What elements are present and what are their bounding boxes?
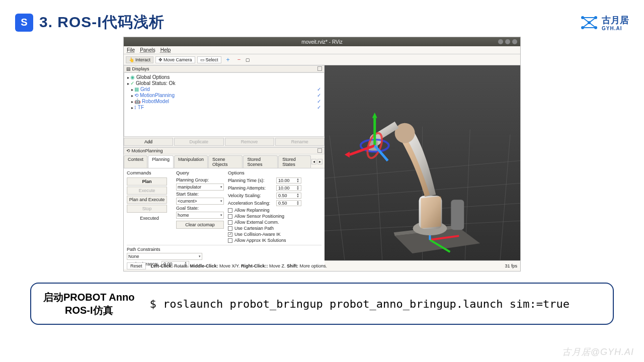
path-constraints-select[interactable]: None [127, 253, 202, 260]
tab-scene-objects[interactable]: Scene Objects [208, 155, 243, 168]
remove-button[interactable]: Remove [225, 138, 274, 146]
plan-execute-button[interactable]: Plan and Execute [127, 196, 167, 204]
clear-octomap-button[interactable]: Clear octomap [176, 221, 224, 229]
menu-help[interactable]: Help [160, 47, 171, 53]
display-buttons: Add Duplicate Remove Rename [124, 137, 325, 147]
window-controls[interactable] [498, 39, 517, 44]
tab-scroll-right-icon[interactable]: ▸ [317, 159, 323, 164]
allow-replanning-checkbox[interactable] [228, 208, 232, 213]
tab-scroll-left-icon[interactable]: ◂ [311, 159, 316, 164]
brand-icon [581, 16, 598, 30]
left-panels: ▤ Displays ◉ Global Options ✓ Global Sta… [124, 65, 325, 260]
reset-button[interactable]: Reset [127, 262, 146, 269]
3d-viewport[interactable] [325, 65, 520, 260]
collapse-icon[interactable] [317, 148, 322, 153]
menubar[interactable]: File Panels Help [124, 46, 520, 54]
interact-button[interactable]: 👆 Interact [126, 56, 153, 63]
brand-logo: 古月居 GYH.AI [581, 14, 629, 31]
menu-file[interactable]: File [127, 47, 135, 53]
logo-icon: S [15, 14, 33, 32]
velocity-scaling-input[interactable]: 0.50▲▼ [276, 193, 301, 199]
window-title: moveit.rviz* - RViz [301, 39, 342, 45]
svg-rect-20 [451, 200, 464, 230]
start-state-select[interactable]: <current> [176, 198, 224, 205]
planning-time-input[interactable]: 10.00▲▼ [276, 177, 301, 184]
motion-planning-panel: ⟲ MotionPlanning Context Planning Manipu… [124, 147, 325, 269]
displays-tree[interactable]: ◉ Global Options ✓ Global Status: Ok ▦ G… [124, 72, 325, 137]
collapse-icon[interactable] [317, 66, 322, 71]
goal-state-select[interactable]: home [176, 212, 224, 219]
commands-col: Commands Plan Execute Plan and Execute S… [127, 170, 172, 243]
slide-title: 3. ROS-I代码浅析 [39, 12, 165, 33]
tool-misc-icon[interactable]: ▢ [246, 57, 250, 62]
add-tool-icon[interactable]: ＋ [223, 55, 232, 64]
window-titlebar[interactable]: moveit.rviz* - RViz [124, 37, 520, 46]
remove-tool-icon[interactable]: － [234, 55, 244, 64]
rviz-window: moveit.rviz* - RViz File Panels Help 👆 I… [123, 37, 521, 272]
options-col: Options Planning Time (s):10.00▲▼ Planni… [228, 170, 321, 243]
tab-context[interactable]: Context [124, 155, 147, 168]
tab-manipulation[interactable]: Manipulation [174, 155, 208, 168]
status-hint: Left-Click: Rotate. Middle-Click: Move X… [151, 263, 327, 268]
execute-button[interactable]: Execute [127, 187, 167, 195]
add-button[interactable]: Add [124, 138, 173, 146]
allow-external-checkbox[interactable] [228, 220, 232, 225]
planning-attempts-input[interactable]: 10.00▲▼ [276, 185, 301, 191]
select-button[interactable]: ▭ Select [197, 56, 221, 63]
stop-button[interactable]: Stop [127, 205, 167, 213]
tab-stored-states[interactable]: Stored States [278, 155, 311, 168]
command-box: 启动PROBOT Anno ROS-I仿真 $ roslaunch probot… [30, 283, 614, 325]
menu-panels[interactable]: Panels [140, 47, 155, 53]
tab-planning[interactable]: Planning [148, 155, 174, 168]
use-collision-checkbox[interactable]: ✓ [228, 232, 232, 237]
plan-button[interactable]: Plan [127, 177, 167, 186]
command-text: $ roslaunch probot_bringup probot_anno_b… [149, 298, 569, 310]
allow-approx-checkbox[interactable] [228, 238, 232, 243]
duplicate-button[interactable]: Duplicate [174, 138, 223, 146]
watermark: 古月居@GYH.AI [562, 346, 634, 358]
executed-label: Executed [127, 216, 172, 221]
mp-header[interactable]: ⟲ MotionPlanning [124, 147, 325, 154]
tab-stored-scenes[interactable]: Stored Scenes [243, 155, 278, 168]
toolbar: 👆 Interact ✥ Move Camera ▭ Select ＋ － ▢ [124, 54, 520, 65]
accel-scaling-input[interactable]: 0.50▲▼ [276, 200, 301, 206]
slide-header: S 3. ROS-I代码浅析 古月居 GYH.AI [15, 12, 629, 33]
rename-button[interactable]: Rename [275, 138, 325, 146]
displays-header[interactable]: ▤ Displays [124, 65, 325, 72]
viewport-scene [325, 65, 520, 260]
query-col: Query Planning Group: manipulator Start … [176, 170, 224, 243]
fps-label: 31 fps [505, 263, 517, 268]
use-cartesian-checkbox[interactable] [228, 226, 232, 231]
planning-group-select[interactable]: manipulator [176, 184, 224, 191]
move-camera-button[interactable]: ✥ Move Camera [155, 56, 195, 63]
mp-tabs: Context Planning Manipulation Scene Obje… [124, 154, 325, 168]
command-title: 启动PROBOT Anno ROS-I仿真 [43, 291, 134, 317]
allow-sensor-checkbox[interactable] [228, 214, 232, 219]
svg-point-22 [395, 123, 415, 143]
